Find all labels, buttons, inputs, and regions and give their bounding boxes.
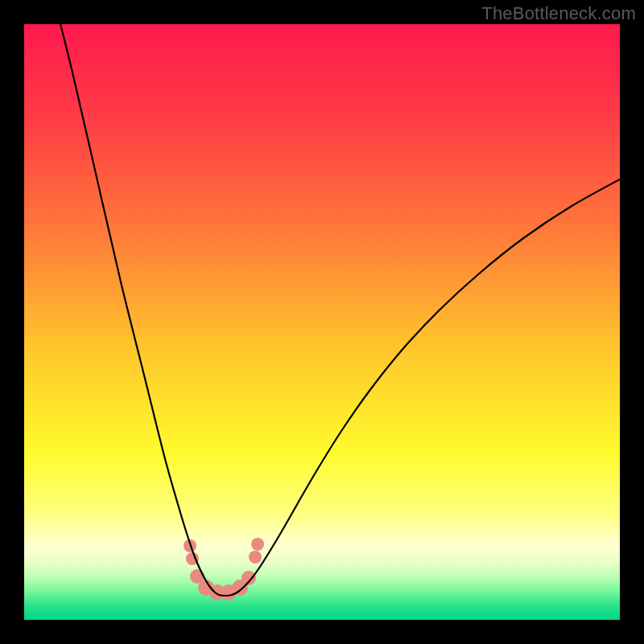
- trough-blobs: [184, 538, 264, 601]
- chart-frame: [24, 24, 620, 620]
- trough-blob: [249, 551, 262, 564]
- watermark-text: TheBottleneck.com: [481, 3, 636, 24]
- chart-svg: [24, 24, 620, 620]
- v-curve: [56, 24, 620, 596]
- trough-blob: [251, 538, 264, 551]
